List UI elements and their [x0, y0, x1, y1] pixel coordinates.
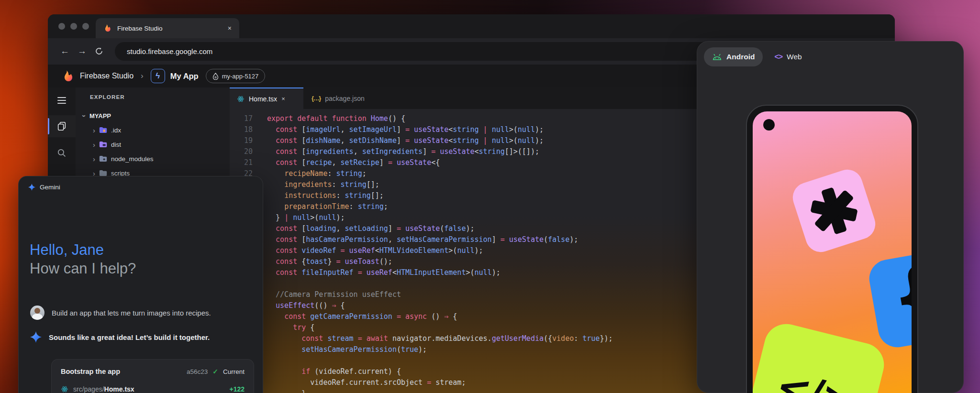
code-brackets-icon: <>	[774, 53, 782, 61]
code-brackets-glyph: </>	[772, 361, 858, 393]
chevron-right-icon: ›	[93, 141, 95, 148]
address-bar-url: studio.firebase.google.com	[127, 47, 212, 55]
code-brackets-tile: </>	[753, 319, 889, 393]
assistant-message-row: Sounds like a great idea! Let’s build it…	[30, 331, 210, 343]
search-activity-button[interactable]	[48, 142, 76, 164]
platform-toggle: Android <> Web	[704, 47, 802, 66]
file-entry: src/pages/Home.tsx	[61, 385, 134, 393]
tree-root-label: MYAPP	[89, 112, 111, 120]
line-number: 19	[230, 135, 253, 146]
breadcrumb-separator: ›	[141, 71, 144, 81]
menu-icon[interactable]	[57, 97, 66, 106]
explorer-title: EXPLORER	[90, 94, 125, 100]
window-close-button[interactable]	[58, 23, 65, 30]
asterisk-tile	[789, 165, 879, 256]
tab-close-icon[interactable]: ×	[281, 95, 285, 102]
explorer-activity-button[interactable]	[48, 115, 76, 137]
app-prototype-icon: ϟ	[151, 69, 165, 83]
browser-tab-strip: Firebase Studio ×	[48, 14, 895, 38]
file-path-dir: src/pages/	[73, 385, 104, 393]
file-path-name: Home.tsx	[104, 385, 134, 393]
marketing-canvas: Firebase Studio × ← → studio.firebase.go…	[0, 0, 980, 393]
folder-node-modules-icon	[99, 155, 107, 162]
line-number: 17	[230, 113, 253, 124]
android-phone-frame: { </>	[746, 105, 918, 393]
android-icon	[712, 54, 722, 60]
tree-item-label: dist	[111, 141, 121, 148]
gemini-header: Gemini	[28, 184, 60, 191]
curly-brace-glyph: {	[884, 250, 912, 340]
tree-root-myapp[interactable]: › MYAPP	[76, 109, 230, 123]
chevron-down-icon: ›	[81, 115, 88, 117]
app-icon-glyph: ϟ	[156, 71, 160, 81]
assistant-message-text: Sounds like a great idea! Let’s build it…	[49, 333, 210, 341]
line-number: 18	[230, 124, 253, 135]
greeting-line-1: Hello, Jane	[30, 240, 136, 259]
tree-item-node-modules[interactable]: › node_modules	[76, 152, 230, 166]
react-icon	[237, 95, 245, 103]
editor-tab-home-tsx[interactable]: Home.tsx ×	[230, 87, 303, 109]
device-preview-panel: Android <> Web { </>	[697, 41, 964, 393]
curly-brace-tile: {	[866, 248, 912, 350]
files-icon	[56, 121, 67, 131]
braces-icon: {…}	[312, 95, 321, 102]
card-title: Bootstrap the app	[61, 368, 120, 375]
folder-scripts-icon	[99, 170, 107, 176]
card-header-row: Bootstrap the app a56c23 ✓ Current	[61, 368, 245, 375]
diff-added-count: +122	[229, 385, 245, 393]
browser-tab-title: Firebase Studio	[117, 25, 223, 32]
file-path: src/pages/Home.tsx	[73, 385, 134, 393]
android-toggle-button[interactable]: Android	[704, 47, 763, 66]
droplet-icon	[212, 73, 219, 80]
editor-tab-label: Home.tsx	[249, 95, 277, 103]
card-file-row[interactable]: src/pages/Home.tsx +122	[61, 385, 245, 393]
tree-item-idx[interactable]: › .idx	[76, 123, 230, 137]
commit-hash: a56c23	[187, 368, 208, 375]
product-title: Firebase Studio	[80, 72, 134, 80]
tree-item-label: .idx	[111, 127, 121, 134]
tree-item-label: node_modules	[111, 155, 154, 163]
gemini-star-icon	[30, 331, 42, 343]
react-icon	[61, 385, 68, 393]
window-controls[interactable]	[58, 23, 89, 30]
window-minimize-button[interactable]	[70, 23, 77, 30]
browser-tab[interactable]: Firebase Studio ×	[96, 18, 239, 38]
app-name: My App	[170, 72, 199, 81]
user-message-row: Build an app that lets me turn images in…	[30, 306, 211, 320]
tree-item-dist[interactable]: › dist	[76, 137, 230, 152]
tab-close-icon[interactable]: ×	[228, 24, 232, 32]
chevron-right-icon: ›	[93, 155, 95, 163]
chevron-right-icon: ›	[93, 127, 95, 134]
folder-idx-icon	[99, 127, 107, 133]
card-status-group: a56c23 ✓ Current	[187, 368, 245, 375]
check-icon: ✓	[212, 368, 218, 375]
android-toggle-label: Android	[726, 53, 755, 61]
line-number: 20	[230, 146, 253, 157]
forward-icon[interactable]: →	[78, 45, 87, 57]
web-toggle-label: Web	[787, 53, 802, 61]
gemini-greeting: Hello, Jane How can I help?	[30, 240, 136, 278]
greeting-line-2: How can I help?	[30, 259, 136, 278]
workspace-badge-label: my-app-5127	[222, 73, 259, 80]
user-avatar	[30, 306, 45, 320]
folder-dist-icon	[99, 141, 107, 148]
editor-tab-package-json[interactable]: {…} package.json	[304, 87, 391, 109]
camera-punch-hole	[763, 119, 775, 131]
web-toggle-button[interactable]: <> Web	[774, 53, 802, 61]
reload-icon[interactable]	[95, 47, 103, 57]
firebase-flame-icon	[103, 24, 112, 33]
back-icon[interactable]: ←	[60, 45, 69, 57]
status-badge: Current	[223, 368, 245, 375]
search-icon	[57, 148, 67, 158]
bootstrap-step-card[interactable]: Bootstrap the app a56c23 ✓ Current src/p…	[51, 359, 254, 393]
user-message-text: Build an app that lets me turn images in…	[52, 309, 211, 317]
gemini-chat-panel: Gemini Hello, Jane How can I help? Build…	[18, 176, 263, 393]
phone-screen: { </>	[753, 111, 912, 393]
editor-tab-label: package.json	[325, 95, 365, 102]
file-tree: › MYAPP › .idx › dist ›	[76, 109, 230, 180]
asterisk-icon	[789, 165, 879, 256]
line-number: 21	[230, 157, 253, 168]
window-zoom-button[interactable]	[82, 23, 89, 30]
gemini-brand-label: Gemini	[40, 184, 60, 191]
workspace-badge[interactable]: my-app-5127	[206, 69, 266, 83]
